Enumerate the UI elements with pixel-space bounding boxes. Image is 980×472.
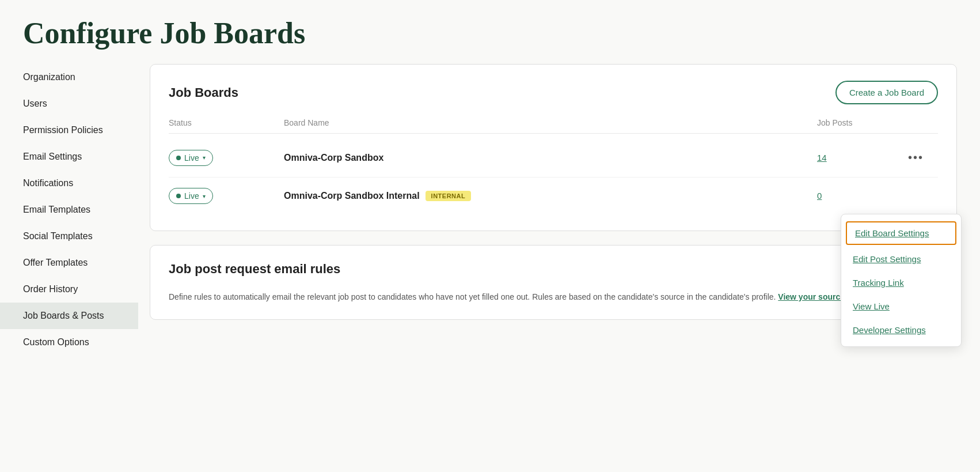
- table-row-2: Live ▾ Omniva-Corp Sandbox Internal INTE…: [169, 178, 938, 214]
- status-dot-1: [176, 156, 181, 160]
- job-posts-cell-2: 0: [817, 191, 903, 201]
- col-board-name: Board Name: [284, 118, 817, 127]
- dropdown-menu: Edit Board Settings Edit Post Settings T…: [841, 214, 962, 347]
- status-dot-2: [176, 194, 181, 198]
- status-badge-2[interactable]: Live ▾: [169, 188, 213, 204]
- job-boards-card-title: Job Boards: [169, 85, 238, 100]
- sidebar-item-email-settings[interactable]: Email Settings: [0, 144, 138, 170]
- sidebar-item-job-boards-posts[interactable]: Job Boards & Posts: [0, 303, 138, 329]
- chevron-down-icon-2: ▾: [203, 193, 206, 199]
- email-rules-card: Job post request email rules Define rule…: [150, 245, 957, 320]
- internal-badge: INTERNAL: [426, 191, 472, 201]
- col-actions: [903, 118, 938, 127]
- main-content: Job Boards Create a Job Board Status Boa…: [138, 64, 980, 472]
- sidebar-item-order-history[interactable]: Order History: [0, 276, 138, 303]
- job-boards-card: Job Boards Create a Job Board Status Boa…: [150, 64, 957, 231]
- status-label-2: Live: [184, 191, 199, 201]
- board-name-1: Omniva-Corp Sandbox: [284, 153, 817, 163]
- status-badge-1[interactable]: Live ▾: [169, 150, 213, 166]
- more-options-button-1[interactable]: •••: [903, 149, 928, 167]
- email-rules-card-header: Job post request email rules: [169, 262, 938, 277]
- dropdown-item-edit-post-settings[interactable]: Edit Post Settings: [841, 247, 961, 271]
- status-cell-2: Live ▾: [169, 188, 284, 204]
- job-posts-cell-1: 14: [817, 153, 903, 163]
- dropdown-item-developer-settings[interactable]: Developer Settings: [841, 318, 961, 342]
- sidebar-item-email-templates[interactable]: Email Templates: [0, 197, 138, 223]
- table-row: Live ▾ Omniva-Corp Sandbox 14 •••: [169, 138, 938, 178]
- chevron-down-icon-1: ▾: [203, 154, 206, 161]
- sidebar-item-permission-policies[interactable]: Permission Policies: [0, 117, 138, 144]
- sidebar-item-social-templates[interactable]: Social Templates: [0, 223, 138, 250]
- sidebar: Organization Users Permission Policies E…: [0, 64, 138, 472]
- job-boards-card-header: Job Boards Create a Job Board: [169, 81, 938, 104]
- status-label-1: Live: [184, 153, 199, 163]
- sidebar-item-custom-options[interactable]: Custom Options: [0, 329, 138, 356]
- board-name-2: Omniva-Corp Sandbox Internal INTERNAL: [284, 191, 817, 201]
- job-posts-count-2[interactable]: 0: [817, 191, 822, 201]
- sidebar-item-organization[interactable]: Organization: [0, 64, 138, 90]
- dropdown-item-edit-board-settings[interactable]: Edit Board Settings: [846, 221, 956, 245]
- job-posts-count-1[interactable]: 14: [817, 153, 827, 163]
- sidebar-item-users[interactable]: Users: [0, 90, 138, 117]
- content-area: Organization Users Permission Policies E…: [0, 64, 980, 472]
- dropdown-item-tracking-link[interactable]: Tracking Link: [841, 271, 961, 294]
- create-job-board-button[interactable]: Create a Job Board: [835, 81, 938, 104]
- table-header: Status Board Name Job Posts: [169, 118, 938, 134]
- email-rules-card-body: Define rules to automatically email the …: [169, 290, 938, 303]
- email-rules-card-title: Job post request email rules: [169, 262, 340, 277]
- actions-cell-1: •••: [903, 149, 938, 167]
- dropdown-item-view-live[interactable]: View Live: [841, 294, 961, 318]
- sidebar-item-notifications[interactable]: Notifications: [0, 170, 138, 197]
- col-status: Status: [169, 118, 284, 127]
- page-wrapper: Configure Job Boards Organization Users …: [0, 0, 980, 472]
- col-job-posts: Job Posts: [817, 118, 903, 127]
- status-cell-1: Live ▾: [169, 150, 284, 166]
- page-title: Configure Job Boards: [0, 0, 980, 64]
- sidebar-item-offer-templates[interactable]: Offer Templates: [0, 250, 138, 276]
- email-rules-body-text: Define rules to automatically email the …: [169, 292, 776, 301]
